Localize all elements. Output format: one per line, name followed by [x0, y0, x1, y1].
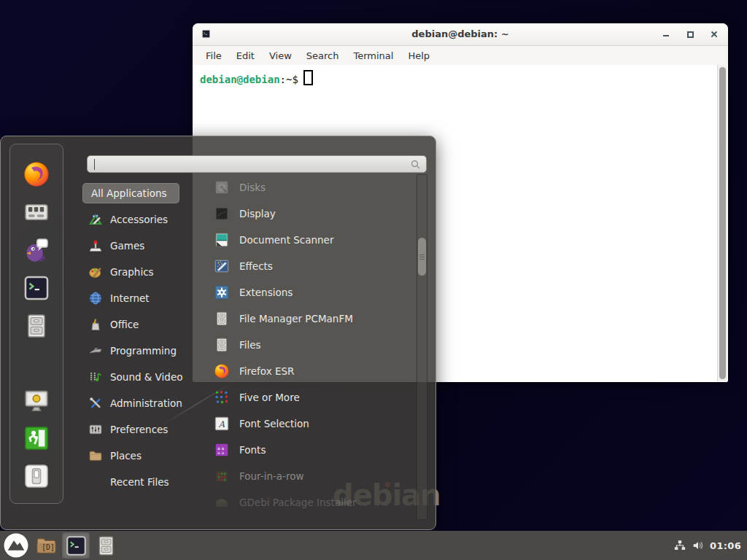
category-accessories[interactable]: Accessories — [82, 206, 204, 233]
taskbar-launchers: [D] — [0, 531, 120, 560]
app-disks[interactable]: Disks — [205, 174, 418, 201]
minimize-icon[interactable] — [661, 29, 671, 39]
category-label: Preferences — [110, 424, 168, 435]
search-input[interactable] — [88, 156, 426, 172]
app-files[interactable]: Files — [205, 332, 418, 358]
svg-text:a a: a a — [217, 450, 225, 455]
terminal-scrollbar[interactable] — [717, 65, 727, 381]
pidgin-icon — [23, 236, 50, 264]
category-places[interactable]: Places — [82, 443, 204, 469]
favorite-file-cabinet[interactable] — [23, 312, 50, 340]
prompt-suffix: :~$ — [280, 74, 298, 85]
app-label: Firefox ESR — [239, 365, 294, 377]
file-cabinet-icon — [95, 534, 117, 557]
app-label: Font Selection — [239, 418, 309, 429]
category-sound-video[interactable]: Sound & Video — [82, 364, 204, 390]
category-graphics[interactable]: Graphics — [82, 259, 204, 285]
controls-icon — [23, 198, 50, 226]
file-cabinet-icon — [214, 311, 230, 327]
app-fonts[interactable]: a aa aFonts — [205, 437, 418, 463]
terminal-title: debian@debian: ~ — [193, 23, 728, 45]
terminal-cursor — [303, 70, 313, 85]
fonts-icon: a aa a — [214, 442, 230, 458]
all-applications-button[interactable]: All Applications — [82, 183, 179, 203]
category-internet[interactable]: Internet — [82, 285, 204, 311]
terminal-scrollbar-thumb[interactable] — [719, 67, 726, 379]
app-firefox-esr[interactable]: Firefox ESR — [205, 358, 418, 384]
search-box[interactable] — [87, 155, 427, 173]
app-display[interactable]: Display — [205, 201, 418, 227]
terminal-icon — [65, 534, 88, 557]
font-selection-icon: A — [214, 416, 230, 432]
app-effects[interactable]: Effects — [205, 253, 418, 279]
category-label: Office — [110, 319, 139, 330]
logout-icon — [23, 424, 50, 452]
category-label: Places — [110, 450, 142, 462]
app-label: Five or More — [239, 392, 300, 403]
maximize-icon[interactable] — [685, 29, 695, 39]
terminal-menu-terminal[interactable]: Terminal — [346, 50, 400, 61]
games-icon — [88, 238, 103, 253]
graphics-icon — [88, 265, 103, 279]
effects-icon — [214, 258, 230, 274]
category-programming[interactable]: Programming — [82, 338, 204, 364]
close-icon[interactable] — [709, 29, 719, 39]
favorites-bottom-group — [23, 386, 50, 490]
favorite-logout[interactable] — [23, 424, 50, 452]
app-five-or-more[interactable]: Five or More — [205, 384, 418, 411]
taskbar-clock[interactable]: 01:06 — [710, 540, 741, 551]
category-recent-files[interactable]: Recent Files — [82, 469, 204, 495]
terminal-menu-edit[interactable]: Edit — [229, 50, 262, 61]
category-administration[interactable]: Administration — [82, 390, 204, 416]
file-cabinet-icon — [214, 337, 230, 353]
application-menu: All Applications AccessoriesGamesGraphic… — [0, 136, 436, 530]
taskbar: [D] 01:06 — [0, 531, 747, 560]
svg-text:[D]: [D] — [42, 543, 54, 551]
terminal-menu-file[interactable]: File — [198, 50, 229, 61]
window-buttons — [661, 23, 719, 45]
terminal-titlebar[interactable]: debian@debian: ~ — [193, 23, 728, 46]
favorite-firefox[interactable] — [23, 160, 50, 188]
app-font-selection[interactable]: AFont Selection — [205, 411, 418, 437]
favorite-controls[interactable] — [23, 198, 50, 226]
terminal-menu-help[interactable]: Help — [400, 50, 437, 61]
category-office[interactable]: Office — [82, 311, 204, 338]
category-games[interactable]: Games — [82, 233, 204, 259]
office-icon — [88, 317, 103, 332]
category-preferences[interactable]: Preferences — [82, 416, 204, 443]
category-label: Games — [110, 240, 144, 252]
preferences-icon — [88, 422, 103, 437]
favorite-shutdown[interactable] — [23, 462, 50, 490]
app-extensions[interactable]: Extensions — [205, 279, 418, 306]
gdebi-icon — [214, 494, 230, 510]
file-cabinet-icon — [23, 312, 50, 340]
taskbar-terminal[interactable] — [62, 532, 90, 559]
favorite-pidgin[interactable] — [23, 236, 50, 264]
favorites-top-group — [23, 160, 50, 340]
lock-screen-icon — [23, 386, 50, 414]
taskbar-folder-d[interactable]: [D] — [32, 532, 60, 559]
app-gdebi-package-installer[interactable]: GDebi Package Installer — [205, 489, 418, 516]
network-icon[interactable] — [673, 539, 686, 552]
app-label: Four-in-a-row — [239, 470, 304, 482]
app-label: Display — [239, 208, 276, 219]
menu-scrollbar-thumb[interactable] — [418, 238, 426, 276]
favorite-lock-screen[interactable] — [23, 386, 50, 414]
taskbar-file-cabinet[interactable] — [92, 532, 120, 559]
app-four-in-a-row[interactable]: Four-in-a-row — [205, 463, 418, 489]
app-file-manager-pcmanfm[interactable]: File Manager PCManFM — [205, 306, 418, 332]
category-label: Sound & Video — [110, 371, 182, 383]
menu-scrollbar[interactable] — [417, 174, 427, 520]
terminal-menu-view[interactable]: View — [262, 50, 299, 61]
terminal-menu-search[interactable]: Search — [299, 50, 347, 61]
app-document-scanner[interactable]: Document Scanner — [205, 227, 418, 253]
display-icon — [214, 206, 230, 222]
category-label: Internet — [110, 292, 150, 304]
app-label: Effects — [239, 260, 273, 272]
category-label: Graphics — [110, 266, 154, 278]
volume-icon[interactable] — [692, 539, 705, 552]
taskbar-menu-logo[interactable] — [2, 532, 30, 559]
text-caret — [94, 159, 95, 170]
app-label: Fonts — [239, 444, 266, 456]
favorite-terminal[interactable] — [23, 274, 50, 302]
